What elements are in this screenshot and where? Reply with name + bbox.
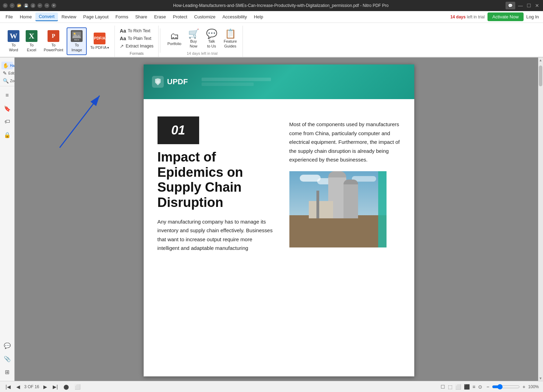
portfolio-button[interactable]: 🗂 Portfolio [164,30,184,47]
sidebar-attach-tool[interactable]: 📎 [1,352,14,365]
zoom-slider[interactable] [492,384,520,390]
sidebar-bookmark-tool[interactable]: 🔖 [1,102,14,115]
extract-images-button[interactable]: ↗ Extract Images [118,43,155,50]
silo-2-dome [343,180,358,184]
chat-icon[interactable]: 💬 [506,2,515,9]
portfolio-icon: 🗂 [170,32,179,41]
activate-now-button[interactable]: Activate Now [487,12,524,21]
menu-home[interactable]: Home [16,13,35,21]
talk-label: Talkto Us [207,39,216,48]
building [309,201,333,218]
zoom-tool[interactable]: 🔍 Zoom ▾ [1,77,13,85]
redo-icon[interactable]: ↪ [44,3,49,8]
end-btn[interactable]: ⬜ [73,383,82,390]
menu-help[interactable]: Help [251,13,267,21]
open-icon[interactable]: 📂 [17,3,22,8]
maximize-button[interactable]: ☐ [526,2,532,9]
pdf-two-col: 01 Impact of Epidemics on Supply Chain D… [158,116,400,253]
status-icon-3[interactable]: ⬜ [455,384,461,390]
to-powerpoint-button[interactable]: P ToPowerPoint [41,29,66,53]
sidebar-layers-tool[interactable]: ≡ [1,89,14,102]
pdf-page: UPDF 01 Impact of Epidemics on Supply Ch… [144,64,414,376]
formats-small-group: Aa To Rich Text Aa To Plain Text ↗ Extra… [118,27,155,50]
crane [316,191,319,218]
menu-page-layout[interactable]: Page Layout [80,13,112,21]
scroll-down-btn[interactable]: ▼ [539,376,542,380]
trial-days: 14 days [450,15,466,19]
ppt-icon: P [48,30,59,42]
talk-to-us-button[interactable]: 💬 Talkto Us [203,28,220,50]
hand-tool[interactable]: ✋ Hand [1,62,13,69]
feature-guides-button[interactable]: 📋 FeatureGuides [221,28,240,50]
print-icon[interactable]: 🖨 [31,3,35,8]
first-page-btn[interactable]: |◀ [4,383,12,390]
next-page-btn[interactable]: ▶ [42,383,49,390]
buy-icon: 🛒 [188,29,199,38]
login-link[interactable]: Log In [526,14,539,19]
minimize-button[interactable]: — [517,2,524,9]
menu-erase[interactable]: Erase [151,13,169,21]
formats-label: Formats [130,51,144,55]
sidebar-lock-tool[interactable]: 🔒 [1,129,14,141]
right-scrollbar[interactable]: ▲ ▼ [538,58,543,381]
to-image-button[interactable]: PDF/A ToImage [67,27,87,55]
rich-text-icon: Aa [120,28,126,34]
zoom-in-btn[interactable]: + [521,383,527,390]
to-plain-text-button[interactable]: Aa To Plain Text [118,35,153,42]
scroll-up-btn[interactable]: ▲ [539,58,542,62]
sidebar-pages-tool[interactable]: ⊞ [1,366,14,378]
zoom-percent: 100% [528,384,539,389]
buy-now-button[interactable]: 🛒 BuyNow [185,28,202,50]
menu-file[interactable]: File [2,13,16,21]
pdf-content: 01 Impact of Epidemics on Supply Chain D… [144,99,414,263]
left-sidebar: ✋ Hand ✎ Edit 🔍 Zoom ▾ ≡ 🔖 🏷 🔒 💬 📎 ⊞ [0,58,15,381]
pdf-body: Any manufacturing company has to manage … [158,217,275,253]
sidebar-tag-tool[interactable]: 🏷 [1,115,14,128]
prev-page-btn[interactable]: ◀ [15,383,22,390]
to-excel-button[interactable]: X ToExcel [23,29,40,53]
dropdown-icon[interactable]: ▼ [51,3,56,8]
menu-protect[interactable]: Protect [169,13,190,21]
new-icon[interactable]: + [10,3,15,8]
menu-review[interactable]: Review [58,13,80,21]
zoom-out-btn[interactable]: − [485,383,491,390]
buy-label: BuyNow [190,39,197,48]
menu-convert[interactable]: Convert [35,12,58,21]
trial-days-text: 14 days left in trial [450,14,485,19]
menu-accessibility[interactable]: Accessibility [219,13,251,21]
play-btn[interactable]: ⬤ [62,383,70,390]
menu-forms[interactable]: Forms [112,13,132,21]
trial-rest: left in trial [467,15,485,19]
menu-share[interactable]: Share [132,13,151,21]
svg-line-7 [60,96,100,148]
extract-icon: ↗ [120,43,124,49]
status-icon-2[interactable]: ⬚ [448,384,452,390]
updf-logo-icon [152,76,164,88]
create-buttons: 🗂 Portfolio 🛒 BuyNow 💬 Talkto Us 📋 Featu… [164,27,239,51]
word-icon: W [8,30,19,42]
status-icon-4[interactable]: ⬛ [464,384,470,390]
edit-tool[interactable]: ✎ Edit [1,69,13,77]
status-icon-6[interactable]: ⊙ [478,384,482,390]
save-icon[interactable]: 💾 [24,3,28,8]
to-pdfa-button[interactable]: PDF/A To PDF/A ▾ [87,31,112,51]
ribbon: W ToWord X ToExcel P ToPowerPoint [0,23,543,58]
status-icon-5[interactable]: ≡ [473,384,475,390]
to-word-button[interactable]: W ToWord [5,29,22,53]
scroll-thumb[interactable] [539,66,542,86]
rich-text-label: To Rich Text [128,28,150,33]
app-icons: N + 📂 💾 🖨 ↩ ↪ ▼ [3,3,56,8]
menu-customize[interactable]: Customize [191,13,219,21]
sidebar-comment-tool[interactable]: 💬 [1,339,14,352]
close-button[interactable]: ✕ [534,2,540,9]
undo-icon[interactable]: ↩ [37,3,42,8]
last-page-btn[interactable]: ▶| [51,383,59,390]
edit-icon: ✎ [3,70,7,76]
status-icon-1[interactable]: ☐ [441,384,445,390]
to-rich-text-button[interactable]: Aa To Rich Text [118,27,152,34]
page-navigation: |◀ ◀ 3 OF 16 ▶ ▶| ⬤ ⬜ [4,383,82,390]
zoom-control: − + 100% [485,383,539,390]
to-image-label: ToImage [71,43,82,52]
to-pdfa-label: To PDF/A ▾ [90,45,109,50]
app-logo: N [3,3,8,8]
